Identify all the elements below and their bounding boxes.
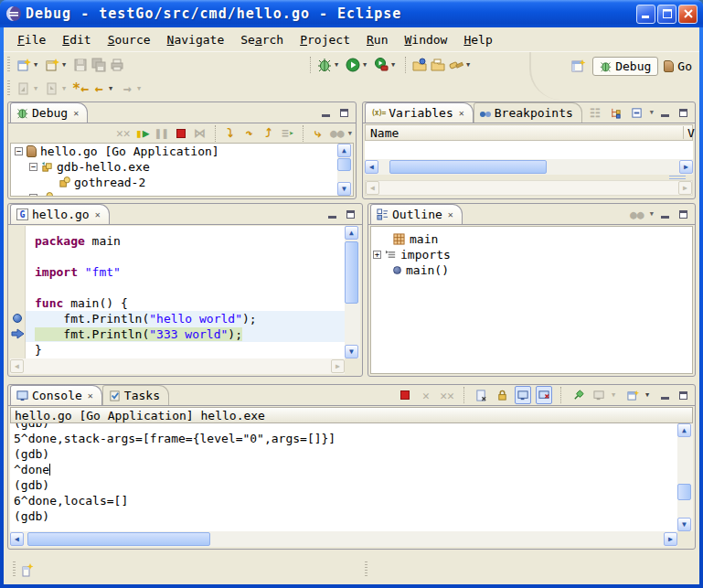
save-all-button[interactable]: [91, 56, 107, 74]
view-menu-icon[interactable]: ●●: [629, 205, 645, 223]
minimize-view-button[interactable]: [658, 106, 672, 119]
step-return-button[interactable]: ⤴: [261, 124, 277, 143]
tab-tasks[interactable]: Tasks: [102, 385, 169, 405]
tab-outline[interactable]: Outline ✕: [370, 204, 463, 224]
console-line[interactable]: 6^done,locals=[]: [10, 493, 677, 508]
new-go-element-button[interactable]: [44, 56, 60, 74]
forward-button[interactable]: →: [119, 80, 135, 98]
back-dropdown[interactable]: ▼: [109, 85, 117, 92]
scroll-lock-button[interactable]: [494, 386, 510, 404]
view-menu-chevron[interactable]: ▼: [650, 210, 654, 218]
value-column-header[interactable]: V: [687, 126, 695, 140]
scroll-up-icon[interactable]: ▲: [677, 423, 691, 437]
save-button[interactable]: [72, 56, 89, 74]
scroll-thumb[interactable]: [27, 532, 210, 546]
resume-button[interactable]: ▮▶: [134, 124, 151, 143]
name-column-header[interactable]: Name: [370, 126, 399, 140]
console-line[interactable]: (gdb): [10, 446, 677, 462]
minimize-view-button[interactable]: [658, 208, 672, 220]
code-line[interactable]: [26, 280, 345, 295]
console-line[interactable]: (gdb): [10, 423, 677, 431]
back-button[interactable]: ←: [91, 80, 107, 98]
menu-item-source[interactable]: Source: [100, 30, 159, 49]
perspective-debug-button[interactable]: Debug: [592, 57, 658, 76]
minimize-view-button[interactable]: [319, 106, 333, 119]
fast-view-launch-icon[interactable]: [19, 561, 36, 579]
close-editor-icon[interactable]: ✕: [95, 209, 101, 219]
variables-detail-hscrollbar[interactable]: ◀ ▶: [365, 180, 693, 196]
scroll-thumb[interactable]: [389, 160, 547, 174]
maximize-view-button[interactable]: [676, 106, 690, 119]
menu-item-search[interactable]: Search: [232, 30, 292, 49]
tab-debug[interactable]: Debug ✕: [10, 102, 88, 123]
menu-item-window[interactable]: Window: [396, 30, 455, 49]
collapse-expander-icon[interactable]: −: [29, 194, 37, 196]
terminate-console-button[interactable]: [397, 386, 413, 404]
run-dropdown[interactable]: ▼: [363, 61, 371, 69]
disconnect-button[interactable]: ⋈: [192, 124, 208, 143]
tree-row-process[interactable]: − gdb-hello.exe: [11, 159, 336, 175]
console-line[interactable]: (gdb): [10, 477, 677, 493]
close-debug-view-icon[interactable]: ✕: [73, 108, 79, 118]
title-bar[interactable]: Debug - testGo/src/cmd/hello.go - Eclips…: [0, 0, 703, 27]
console-vscrollbar[interactable]: ▲ ▼: [677, 423, 693, 531]
menu-item-file[interactable]: File: [9, 30, 54, 49]
menu-item-run[interactable]: Run: [358, 30, 396, 49]
toolbar-grip[interactable]: [7, 80, 10, 97]
editor-vscrollbar[interactable]: ▲ ▼: [345, 226, 360, 358]
minimize-button[interactable]: [636, 5, 655, 24]
show-stdout-button[interactable]: [515, 386, 531, 404]
remove-all-terminated-button[interactable]: ✕✕: [115, 124, 132, 143]
code-line[interactable]: package main: [26, 233, 345, 249]
display-selected-console-button[interactable]: [591, 386, 607, 404]
scroll-right-icon[interactable]: ▶: [679, 160, 693, 174]
tree-row-launch[interactable]: − hello.go [Go Application]: [11, 144, 336, 159]
suspend-button[interactable]: ❚❚: [154, 124, 170, 143]
console-output[interactable]: (gdb)5^done,stack-args=[frame={level="0"…: [10, 423, 677, 531]
tree-row-clipped[interactable]: −: [11, 190, 336, 196]
view-menu-icon[interactable]: ●●: [329, 124, 346, 143]
outline-item-package[interactable]: main: [371, 231, 692, 247]
new-wizard-dropdown[interactable]: ▼: [34, 61, 42, 69]
tab-hello-go[interactable]: G hello.go ✕: [10, 204, 110, 224]
scroll-thumb[interactable]: [345, 241, 358, 304]
menu-item-edit[interactable]: Edit: [54, 30, 99, 49]
console-line[interactable]: 5^done,stack-args=[frame={level="0",args…: [10, 431, 677, 446]
editor-gutter[interactable]: [10, 226, 26, 358]
console-hscrollbar[interactable]: ◀ ▶: [10, 531, 677, 547]
variables-table-empty[interactable]: [365, 141, 693, 159]
expand-expander-icon[interactable]: +: [373, 251, 381, 259]
pin-console-button[interactable]: [570, 386, 586, 404]
scroll-thumb[interactable]: [677, 484, 691, 500]
code-line[interactable]: fmt.Println("333 world");: [26, 326, 345, 342]
close-button[interactable]: [678, 5, 698, 24]
new-wizard-button[interactable]: [16, 56, 32, 74]
tree-row-thread[interactable]: gothread-2: [11, 175, 336, 190]
mark-occurrences-button[interactable]: [16, 80, 32, 98]
use-step-filters-button[interactable]: ⤷: [310, 124, 326, 143]
code-line[interactable]: fmt.Println("hello world");: [26, 311, 345, 326]
debug-dropdown[interactable]: ▼: [335, 61, 343, 69]
outline-item-imports[interactable]: + imports: [371, 247, 692, 262]
scroll-left-icon[interactable]: ◀: [365, 160, 378, 174]
step-into-button[interactable]: ⤵: [222, 124, 239, 143]
collapse-all-button[interactable]: [629, 103, 645, 122]
terminate-button[interactable]: [173, 124, 189, 143]
code-editor[interactable]: package main import "fmt" func main() { …: [26, 226, 345, 358]
show-type-names-button[interactable]: ☷: [587, 103, 603, 122]
scroll-down-icon[interactable]: ▼: [345, 345, 358, 358]
close-variables-view-icon[interactable]: ✕: [459, 108, 464, 118]
show-logical-structure-button[interactable]: [608, 103, 624, 122]
console-line[interactable]: ^done: [10, 462, 677, 477]
toolbar-grip[interactable]: [7, 57, 10, 73]
tab-console[interactable]: Console ✕: [10, 385, 102, 405]
clear-console-button[interactable]: [473, 386, 489, 404]
external-tools-button[interactable]: [373, 56, 389, 74]
close-outline-view-icon[interactable]: ✕: [448, 209, 453, 219]
breakpoint-icon[interactable]: [13, 314, 22, 323]
show-stderr-button[interactable]: [536, 386, 552, 404]
view-menu-chevron[interactable]: ▼: [348, 130, 352, 137]
open-perspective-button[interactable]: [570, 57, 587, 75]
open-resource-button[interactable]: [411, 56, 428, 74]
scroll-up-icon[interactable]: ▲: [345, 226, 358, 240]
